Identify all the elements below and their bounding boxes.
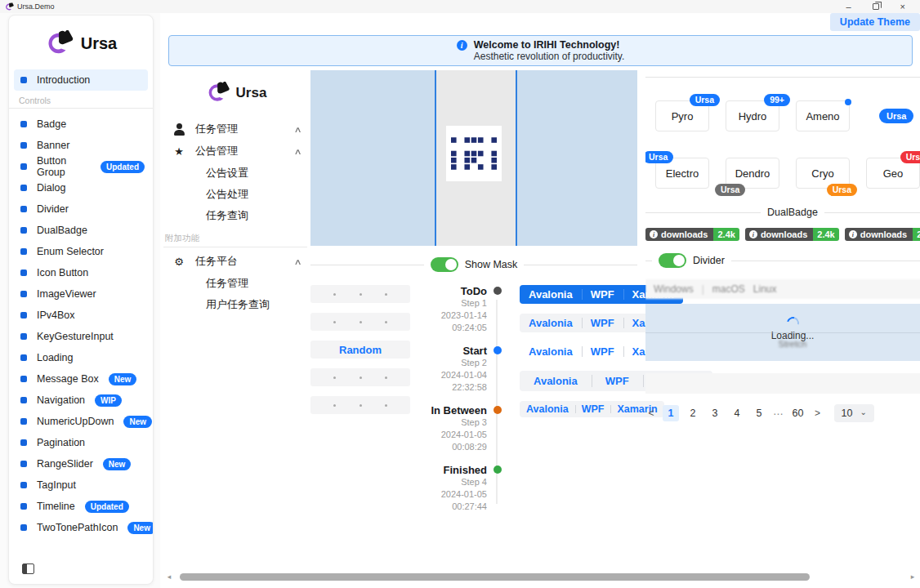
avalonia-button[interactable]: Avalonia: [520, 314, 582, 332]
badge-card-electro: Electro Ursa: [655, 158, 709, 189]
show-mask-toggle[interactable]: [431, 257, 458, 272]
vertical-divider: |: [702, 283, 704, 295]
wpf-button[interactable]: WPF: [582, 314, 623, 332]
scroll-right-icon[interactable]: ▸: [907, 572, 918, 581]
center-column: Show Mask Random: [310, 70, 637, 567]
sidebar-item-introduction[interactable]: Introduction: [14, 69, 148, 91]
nav-item-task-management[interactable]: 任务管理 ∧: [163, 118, 309, 140]
ursa-badge: Ursa: [879, 109, 913, 123]
page-3-button[interactable]: 3: [707, 405, 723, 421]
nav-subitem-task-query[interactable]: 任务查询: [163, 205, 309, 226]
divider-toggle[interactable]: [659, 253, 686, 268]
wpf-button[interactable]: WPF: [582, 285, 623, 304]
sidebar-item-icon-button[interactable]: Icon Button: [9, 262, 153, 283]
chevron-up-icon[interactable]: ∧: [293, 147, 301, 156]
sidebar: Ursa Introduction Controls Badge Banner …: [0, 13, 160, 588]
close-button[interactable]: ×: [900, 2, 905, 11]
timeline-dot-icon: [493, 287, 502, 295]
loading-overlay-demo: Loading... Stretch: [645, 304, 920, 361]
update-theme-button[interactable]: Update Theme: [830, 13, 920, 31]
scrollbar-thumb[interactable]: [180, 573, 810, 581]
sidebar-item-twotonepathicon[interactable]: TwoTonePathIconNew: [9, 517, 153, 538]
sidebar-item-pagination[interactable]: Pagination: [9, 432, 153, 453]
chevron-up-icon[interactable]: ∧: [293, 125, 301, 134]
show-mask-label: Show Mask: [465, 259, 518, 270]
sidebar-item-navigation[interactable]: NavigationWIP: [9, 390, 153, 411]
avalonia-button[interactable]: Avalonia: [520, 285, 582, 304]
item-badge: New: [109, 373, 137, 385]
item-badge: Updated: [85, 501, 129, 513]
sidebar-item-keygestureinput[interactable]: KeyGestureInput: [9, 326, 153, 347]
dual-badge[interactable]: idownloads 2.4k: [845, 228, 920, 241]
menu-dot-icon: [20, 206, 27, 212]
badge-demo-row1: Pyro Ursa Hydro 99+ Ameno: [645, 100, 920, 131]
page-1-button[interactable]: 1: [663, 405, 679, 421]
timeline-item-in-between: In Between Step 3 2024-01-05 00:08:29: [412, 404, 487, 453]
item-badge: WIP: [95, 394, 122, 407]
sidebar-item-rangeslider[interactable]: RangeSliderNew: [9, 453, 153, 474]
timeline-dot-icon: [493, 406, 502, 414]
scroll-left-icon[interactable]: ◂: [163, 572, 175, 581]
nav-subitem-announcement-settings[interactable]: 公告设置: [163, 163, 309, 184]
sidebar-item-divider[interactable]: Divider: [9, 198, 153, 220]
sidebar-item-dialog[interactable]: Dialog: [9, 177, 153, 198]
nav-subitem-announcement-processing[interactable]: 公告处理: [163, 184, 309, 205]
prev-page-button[interactable]: <: [645, 408, 657, 419]
sidebar-item-timeline[interactable]: TimelineUpdated: [9, 496, 153, 517]
badge-card-cryo: Cryo Ursa: [796, 158, 850, 189]
banner-title: Welcome to IRIHI Technology!: [474, 39, 625, 51]
item-badge: New: [123, 416, 152, 428]
sidebar-item-taginput[interactable]: TagInput: [9, 474, 153, 496]
standalone-badges: Ursa: [879, 109, 920, 123]
maximize-button[interactable]: [873, 3, 879, 10]
next-page-button[interactable]: >: [812, 408, 824, 419]
sidebar-item-numericupdown[interactable]: NumericUpDownNew: [9, 411, 153, 432]
wpf-button[interactable]: WPF: [592, 371, 643, 391]
sidebar-item-ipv4box[interactable]: IPv4Box: [9, 305, 153, 326]
timeline-dot-icon: [493, 466, 502, 474]
nav-subitem-task-management[interactable]: 任务管理: [163, 273, 309, 294]
random-button[interactable]: Random: [339, 344, 382, 356]
sidebar-item-badge[interactable]: Badge: [9, 114, 153, 135]
chevron-up-icon[interactable]: ∧: [293, 257, 301, 266]
wpf-button[interactable]: WPF: [575, 401, 611, 417]
irihi-logo-image: [446, 126, 502, 181]
loading-skeleton-group: Random: [310, 285, 410, 523]
sidebar-item-button-group[interactable]: Button GroupUpdated: [9, 156, 153, 177]
sidebar-logo: Ursa: [9, 22, 153, 69]
menu-dot-icon: [20, 376, 27, 382]
sidebar-item-dualbadge[interactable]: DualBadge: [9, 220, 153, 241]
sidebar-item-imageviewer[interactable]: ImageViewer: [9, 283, 153, 305]
menu-dot-icon: [20, 461, 27, 467]
page-size-select[interactable]: 10 ⌄: [834, 404, 874, 422]
dual-badge[interactable]: idownloads 2.4k: [745, 228, 839, 241]
avalonia-button[interactable]: Avalonia: [520, 371, 592, 391]
image-viewer[interactable]: [310, 70, 637, 246]
count-badge: 99+: [764, 94, 790, 106]
page-60-button[interactable]: 60: [790, 405, 806, 421]
sidebar-collapse-icon[interactable]: [22, 564, 34, 574]
scrollbar-track[interactable]: [175, 573, 907, 581]
dual-badge[interactable]: idownloads 2.4k: [645, 228, 739, 241]
nav-subitem-user-task-query[interactable]: 用户任务查询: [163, 294, 309, 315]
loading-spinner-icon: [784, 314, 801, 331]
nav-item-announcement-management[interactable]: ★ 公告管理 ∧: [163, 140, 309, 162]
menu-dot-icon: [20, 354, 27, 361]
nav-logo: Ursa: [163, 72, 309, 118]
sidebar-item-message-box[interactable]: Message BoxNew: [9, 368, 153, 390]
avalonia-button[interactable]: Avalonia: [520, 401, 575, 417]
sidebar-item-enum-selector[interactable]: Enum Selector: [9, 241, 153, 262]
ursa-badge-grey: Ursa: [715, 184, 745, 196]
menu-dot-icon: [20, 482, 27, 488]
ursa-badge-orange: Ursa: [827, 184, 857, 196]
page-5-button[interactable]: 5: [751, 405, 767, 421]
page-2-button[interactable]: 2: [685, 405, 701, 421]
sidebar-item-banner[interactable]: Banner: [9, 135, 153, 156]
avalonia-button[interactable]: Avalonia: [520, 342, 582, 361]
wpf-button[interactable]: WPF: [582, 342, 623, 361]
page-4-button[interactable]: 4: [729, 405, 745, 421]
skeleton-row: [310, 285, 410, 303]
nav-item-task-platform[interactable]: ⚙ 任务平台 ∧: [163, 251, 309, 272]
minimize-button[interactable]: –: [846, 2, 851, 11]
sidebar-item-loading[interactable]: Loading: [9, 347, 153, 368]
